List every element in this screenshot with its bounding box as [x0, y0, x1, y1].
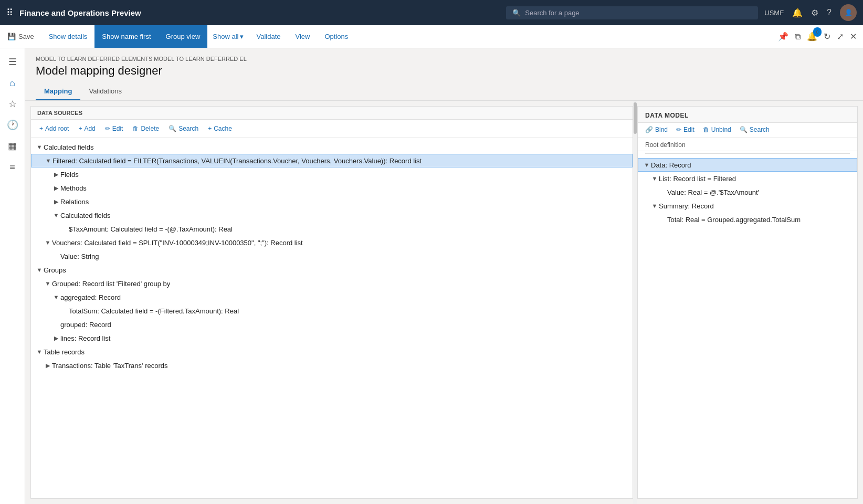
tree-node[interactable]: $TaxAmount: Calculated field = -(@.TaxAm… [31, 222, 633, 236]
tree-node-text: Summary: Record [659, 202, 853, 210]
tree-node[interactable]: ▼Summary: Record [638, 199, 857, 213]
plus-icon: + [39, 125, 43, 132]
cache-button[interactable]: + Cache [204, 123, 236, 134]
delete-trash-icon: 🗑 [132, 125, 139, 132]
user-abbr: USMF [764, 9, 784, 17]
chevron-down-icon: ▾ [240, 33, 244, 40]
page-layout: ☰ ⌂ ☆ 🕐 ▦ ≡ MODEL TO LEARN DEFERRED ELEM… [0, 48, 863, 504]
tree-node-text: Methods [60, 184, 628, 192]
dm-toolbar: 🔗 Bind ✏ Edit 🗑 Unbind 🔍 Search [638, 123, 857, 138]
tree-node[interactable]: ▼Grouped: Record list 'Filtered' group b… [31, 277, 633, 290]
unbind-button[interactable]: 🗑 Unbind [701, 125, 733, 134]
user-avatar[interactable]: 👤 [840, 4, 857, 21]
right-panel-datamodel: DATA MODEL 🔗 Bind ✏ Edit 🗑 Unbind [637, 106, 858, 499]
tree-toggle-icon[interactable]: ▶ [52, 171, 60, 178]
options-button[interactable]: Options [317, 25, 355, 48]
tree-node-text: Vouchers: Calculated field = SPLIT("INV-… [52, 239, 628, 247]
tree-node[interactable]: ▶lines: Record list [31, 331, 633, 345]
vertical-scrollbar[interactable] [633, 101, 637, 504]
tree-node-text: Value: Real = @.'$TaxAmount' [667, 188, 853, 196]
tree-node[interactable]: Value: Real = @.'$TaxAmount' [638, 185, 857, 199]
tree-toggle-icon[interactable]: ▼ [44, 280, 52, 287]
delete-button[interactable]: 🗑 Delete [128, 123, 163, 134]
tree-node[interactable]: grouped: Record [31, 318, 633, 331]
bell-icon[interactable]: 🔔 [792, 8, 803, 18]
right-panel-header: DATA MODEL [638, 107, 857, 123]
edit-button[interactable]: ✏ Edit [101, 123, 128, 134]
tree-toggle-icon[interactable]: ▼ [650, 203, 659, 209]
dm-search-button[interactable]: 🔍 Search [738, 125, 772, 134]
save-button[interactable]: 💾 Save [0, 25, 41, 48]
tree-node-text: lines: Record list [60, 334, 628, 342]
sidebar-item-hamburger[interactable]: ☰ [3, 52, 22, 71]
left-panel-toolbar: + Add root + Add ✏ Edit 🗑 Delete [31, 120, 633, 138]
view-button[interactable]: View [288, 25, 317, 48]
tree-toggle-icon[interactable]: ▼ [643, 162, 651, 168]
sidebar-item-recent[interactable]: 🕐 [3, 116, 22, 134]
left-panel-datasources: DATA SOURCES + Add root + Add ✏ Edit [30, 106, 633, 499]
tree-toggle-icon[interactable]: ▶ [44, 362, 52, 369]
tree-node-text: Grouped: Record list 'Filtered' group by [52, 280, 628, 288]
tree-toggle-icon[interactable]: ▼ [44, 239, 52, 246]
notification-badge-icon[interactable]: 🔔0 [805, 29, 819, 44]
tree-toggle-icon[interactable]: ▶ [52, 335, 60, 342]
scrollbar-thumb[interactable] [634, 102, 637, 134]
tree-node[interactable]: ▼Groups [31, 263, 633, 277]
tree-node[interactable]: ▶Transactions: Table 'TaxTrans' records [31, 359, 633, 372]
tree-node[interactable]: ▶Methods [31, 181, 633, 195]
tab-validations[interactable]: Validations [80, 83, 130, 100]
tree-node-text: Table records [44, 348, 628, 356]
sidebar-item-favorites[interactable]: ☆ [3, 94, 22, 113]
tree-node[interactable]: ▼Calculated fields [31, 140, 633, 154]
refresh-icon[interactable]: ↻ [822, 29, 833, 44]
tree-toggle-icon[interactable]: ▼ [35, 144, 44, 150]
popout-icon[interactable]: ⧉ [793, 30, 803, 44]
tree-node[interactable]: ▼Filtered: Calculated field = FILTER(Tra… [31, 154, 633, 167]
tree-toggle-icon[interactable]: ▶ [52, 198, 60, 205]
tree-node[interactable]: ▼aggregated: Record [31, 290, 633, 304]
tree-node-text: Value: String [60, 253, 628, 260]
help-question-icon[interactable]: ? [827, 8, 832, 17]
tree-toggle-icon[interactable]: ▶ [52, 185, 60, 192]
sidebar-item-list[interactable]: ≡ [3, 158, 22, 176]
tree-toggle-icon[interactable]: ▼ [650, 175, 659, 182]
show-details-button[interactable]: Show details [41, 25, 95, 48]
tree-node[interactable]: ▼List: Record list = Filtered [638, 172, 857, 185]
datamodel-tree: ▼Data: Record▼List: Record list = Filter… [638, 156, 857, 498]
tree-node[interactable]: ▶Fields [31, 167, 633, 181]
tree-node[interactable]: ▼Data: Record [638, 158, 857, 172]
pin-icon[interactable]: 📌 [776, 29, 791, 44]
sidebar-item-workspace[interactable]: ▦ [3, 136, 22, 155]
tree-node[interactable]: ▼Vouchers: Calculated field = SPLIT("INV… [31, 236, 633, 249]
apps-grid-icon[interactable]: ⠿ [6, 7, 13, 18]
tree-node[interactable]: TotalSum: Calculated field = -(Filtered.… [31, 304, 633, 318]
sidebar: ☰ ⌂ ☆ 🕐 ▦ ≡ [0, 48, 25, 504]
global-search-bar[interactable]: 🔍 Search for a page [506, 6, 758, 19]
tree-node[interactable]: ▶Relations [31, 195, 633, 208]
sidebar-item-home[interactable]: ⌂ [3, 74, 22, 92]
tree-toggle-icon[interactable]: ▼ [35, 349, 44, 355]
tree-node[interactable]: ▼Calculated fields [31, 208, 633, 222]
dm-edit-button[interactable]: ✏ Edit [674, 125, 697, 134]
tree-toggle-icon[interactable]: ▼ [44, 158, 52, 164]
tree-node[interactable]: Value: String [31, 249, 633, 263]
main-content: MODEL TO LEARN DEFERRED ELEMENTS MODEL T… [25, 48, 863, 504]
bind-button[interactable]: 🔗 Bind [643, 125, 670, 134]
tree-toggle-icon[interactable]: ▼ [52, 294, 60, 300]
expand-icon[interactable]: ⤢ [835, 29, 846, 44]
show-all-button[interactable]: Show all ▾ [207, 25, 249, 48]
settings-gear-icon[interactable]: ⚙ [811, 8, 818, 18]
close-icon[interactable]: ✕ [848, 29, 859, 44]
add-root-button[interactable]: + Add root [35, 123, 73, 134]
group-view-button[interactable]: Group view [159, 25, 208, 48]
validate-button[interactable]: Validate [249, 25, 288, 48]
tab-mapping[interactable]: Mapping [36, 83, 80, 100]
tree-node[interactable]: Total: Real = Grouped.aggregated.TotalSu… [638, 213, 857, 226]
add-button[interactable]: + Add [74, 123, 99, 134]
tree-toggle-icon[interactable]: ▼ [52, 212, 60, 218]
tree-node[interactable]: ▼Table records [31, 345, 633, 359]
tree-toggle-icon[interactable]: ▼ [35, 267, 44, 273]
tree-node-text: TotalSum: Calculated field = -(Filtered.… [69, 307, 628, 315]
show-name-first-button[interactable]: Show name first [94, 25, 158, 48]
search-button[interactable]: 🔍 Search [164, 123, 203, 134]
